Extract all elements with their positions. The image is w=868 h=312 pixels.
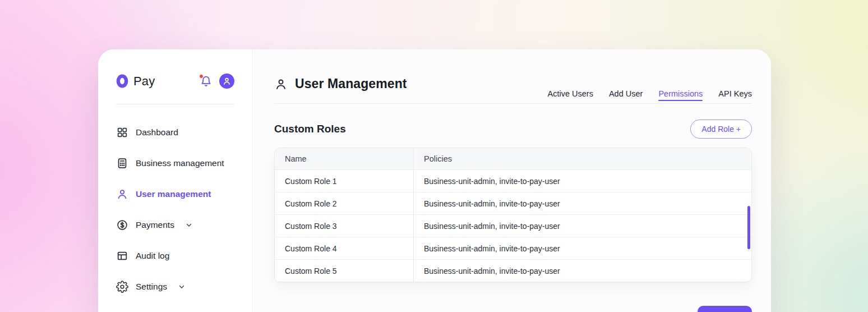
page-title: User Management bbox=[295, 76, 407, 91]
role-name-cell: Custom Role 3 bbox=[275, 215, 414, 237]
sidebar-item-label: Settings bbox=[136, 282, 167, 292]
sidebar-item-label: Payments bbox=[136, 220, 174, 230]
table-scrollbar[interactable] bbox=[747, 206, 750, 249]
footer-actions bbox=[274, 306, 752, 312]
table-row[interactable]: Custom Role 4 Business-unit-admin, invit… bbox=[275, 237, 751, 259]
sidebar-item-label: Dashboard bbox=[136, 127, 178, 137]
sidebar-item-settings[interactable]: Settings bbox=[116, 271, 234, 302]
sidebar-nav: Dashboard Business management bbox=[116, 117, 234, 302]
table-row[interactable]: Custom Role 3 Business-unit-admin, invit… bbox=[275, 214, 751, 237]
main-header: User Management Active Users Add User Pe… bbox=[274, 49, 752, 104]
page-title-wrap: User Management bbox=[274, 76, 407, 91]
table-row[interactable]: Custom Role 1 Business-unit-admin, invit… bbox=[275, 169, 751, 192]
sidebar-item-user-management[interactable]: User management bbox=[116, 178, 234, 209]
column-header-policies: Policies bbox=[414, 148, 751, 169]
table-row[interactable]: Custom Role 5 Business-unit-admin, invit… bbox=[275, 259, 751, 282]
tab-bar: Active Users Add User Permissions API Ke… bbox=[548, 89, 752, 103]
add-role-button[interactable]: Add Role + bbox=[690, 120, 752, 139]
role-policies-cell: Business-unit-admin, invite-to-pay-user bbox=[414, 215, 751, 237]
sidebar-item-audit-log[interactable]: Audit log bbox=[116, 240, 234, 271]
footer-primary-button[interactable] bbox=[698, 306, 752, 312]
sidebar-header: Pay bbox=[116, 72, 234, 104]
calculator-icon bbox=[116, 157, 128, 169]
sidebar-item-label: User management bbox=[136, 189, 211, 199]
dollar-circle-icon bbox=[116, 219, 128, 231]
brand-logo-icon bbox=[116, 74, 128, 89]
brand: Pay bbox=[116, 74, 155, 89]
tab-api-keys[interactable]: API Keys bbox=[718, 89, 752, 103]
role-policies-cell: Business-unit-admin, invite-to-pay-user bbox=[414, 237, 751, 259]
notifications-bell-icon[interactable] bbox=[200, 75, 212, 87]
chevron-down-icon bbox=[178, 283, 186, 291]
role-name-cell: Custom Role 2 bbox=[275, 192, 414, 214]
role-policies-cell: Business-unit-admin, invite-to-pay-user bbox=[414, 260, 751, 282]
role-policies-cell: Business-unit-admin, invite-to-pay-user bbox=[414, 192, 751, 214]
column-header-name: Name bbox=[275, 148, 414, 169]
sidebar-item-label: Business management bbox=[136, 158, 224, 168]
role-name-cell: Custom Role 5 bbox=[275, 260, 414, 282]
sidebar-item-business-management[interactable]: Business management bbox=[116, 148, 234, 178]
main-content: User Management Active Users Add User Pe… bbox=[253, 49, 771, 312]
user-avatar[interactable] bbox=[219, 74, 234, 89]
brand-name: Pay bbox=[133, 74, 155, 89]
app-window: Pay bbox=[98, 49, 771, 312]
custom-roles-section-header: Custom Roles Add Role + bbox=[274, 120, 752, 139]
custom-roles-table: Name Policies Custom Role 1 Business-uni… bbox=[274, 148, 752, 282]
sidebar-item-dashboard[interactable]: Dashboard bbox=[116, 117, 234, 148]
sidebar-item-label: Audit log bbox=[136, 251, 169, 261]
role-policies-cell: Business-unit-admin, invite-to-pay-user bbox=[414, 170, 751, 192]
sidebar-header-actions bbox=[200, 74, 234, 89]
tab-permissions[interactable]: Permissions bbox=[658, 89, 703, 103]
notification-dot bbox=[199, 74, 204, 79]
dashboard-grid-icon bbox=[116, 126, 128, 139]
section-title: Custom Roles bbox=[274, 123, 346, 135]
person-icon bbox=[116, 188, 128, 200]
table-icon bbox=[116, 250, 128, 262]
tab-add-user[interactable]: Add User bbox=[609, 89, 643, 103]
tab-active-users[interactable]: Active Users bbox=[548, 89, 593, 103]
person-icon bbox=[274, 77, 288, 91]
table-row[interactable]: Custom Role 2 Business-unit-admin, invit… bbox=[275, 192, 751, 214]
sidebar: Pay bbox=[98, 49, 253, 312]
table-header-row: Name Policies bbox=[275, 148, 751, 169]
role-name-cell: Custom Role 4 bbox=[275, 237, 414, 259]
role-name-cell: Custom Role 1 bbox=[275, 170, 414, 192]
gear-icon bbox=[116, 281, 128, 293]
sidebar-item-payments[interactable]: Payments bbox=[116, 209, 234, 240]
chevron-down-icon bbox=[185, 221, 193, 229]
